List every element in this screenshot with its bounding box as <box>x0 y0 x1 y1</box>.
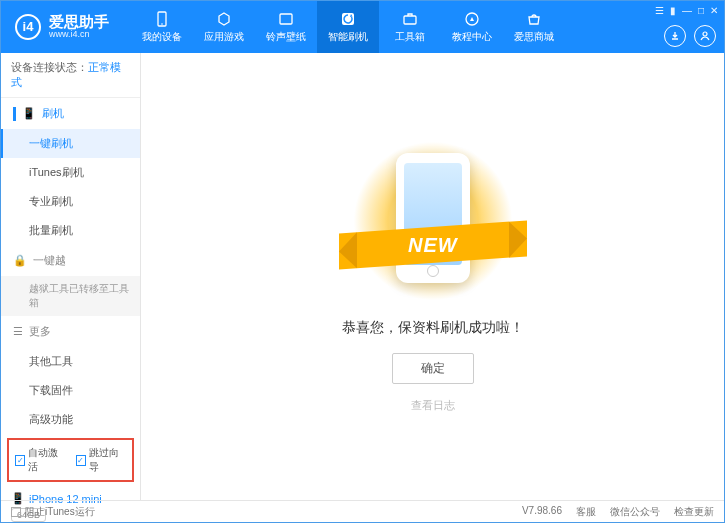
sidebar-item-other[interactable]: 其他工具 <box>1 347 140 376</box>
app-name: 爱思助手 <box>49 14 109 31</box>
checkbox-icon: ✓ <box>15 455 25 466</box>
svg-point-6 <box>703 32 707 36</box>
nav-toolbox[interactable]: 工具箱 <box>379 1 441 53</box>
nav-store[interactable]: 爱思商城 <box>503 1 565 53</box>
phone-icon <box>153 10 171 28</box>
nav-my-device[interactable]: 我的设备 <box>131 1 193 53</box>
compass-icon <box>463 10 481 28</box>
title-bar: i4 爱思助手 www.i4.cn 我的设备 应用游戏 铃声壁纸 智能刷机 工具… <box>1 1 724 53</box>
status-bar-footer: 阻止iTunes运行 V7.98.66 客服 微信公众号 检查更新 <box>1 500 724 522</box>
checkbox-icon: ✓ <box>76 455 86 466</box>
window-controls: ☰ ▮ — □ ✕ <box>655 5 718 16</box>
connection-status: 设备连接状态：正常模式 <box>1 53 140 98</box>
version-label: V7.98.66 <box>522 505 562 519</box>
svg-rect-2 <box>280 14 292 24</box>
sidebar: 设备连接状态：正常模式 📱刷机 一键刷机 iTunes刷机 专业刷机 批量刷机 … <box>1 53 141 500</box>
header-actions <box>664 25 716 47</box>
main-nav: 我的设备 应用游戏 铃声壁纸 智能刷机 工具箱 教程中心 爱思商城 <box>131 1 565 53</box>
success-message: 恭喜您，保资料刷机成功啦！ <box>342 319 524 337</box>
ok-button[interactable]: 确定 <box>392 353 474 384</box>
sidebar-item-itunes[interactable]: iTunes刷机 <box>1 158 140 187</box>
close-icon[interactable]: ✕ <box>710 5 718 16</box>
lock-icon: 🔒 <box>13 254 27 267</box>
section-indicator <box>13 107 16 121</box>
section-jailbreak[interactable]: 🔒一键越 <box>1 245 140 276</box>
success-illustration: NEW <box>353 141 513 301</box>
nav-ringtone[interactable]: 铃声壁纸 <box>255 1 317 53</box>
download-button[interactable] <box>664 25 686 47</box>
apps-icon <box>215 10 233 28</box>
nav-tutorial[interactable]: 教程中心 <box>441 1 503 53</box>
sidebar-item-download[interactable]: 下载固件 <box>1 376 140 405</box>
block-itunes-check[interactable]: 阻止iTunes运行 <box>11 505 95 519</box>
sidebar-item-advanced[interactable]: 高级功能 <box>1 405 140 434</box>
store-icon <box>525 10 543 28</box>
svg-point-1 <box>161 23 163 25</box>
sidebar-item-oneclick[interactable]: 一键刷机 <box>1 129 140 158</box>
checkbox-icon <box>11 507 21 517</box>
logo-icon: i4 <box>15 14 41 40</box>
phone-icon: 📱 <box>22 107 36 120</box>
nav-flash[interactable]: 智能刷机 <box>317 1 379 53</box>
maximize-icon[interactable]: □ <box>698 5 704 16</box>
user-button[interactable] <box>694 25 716 47</box>
main-content: NEW 恭喜您，保资料刷机成功啦！ 确定 查看日志 <box>141 53 724 500</box>
jailbreak-note: 越狱工具已转移至工具箱 <box>1 276 140 316</box>
support-link[interactable]: 客服 <box>576 505 596 519</box>
app-url: www.i4.cn <box>49 30 109 40</box>
view-log-link[interactable]: 查看日志 <box>411 398 455 413</box>
menu-icon[interactable]: ☰ <box>655 5 664 16</box>
sidebar-item-batch[interactable]: 批量刷机 <box>1 216 140 245</box>
refresh-icon <box>339 10 357 28</box>
nav-apps[interactable]: 应用游戏 <box>193 1 255 53</box>
section-more[interactable]: ☰更多 <box>1 316 140 347</box>
section-flash[interactable]: 📱刷机 <box>1 98 140 129</box>
check-skip-wizard[interactable]: ✓跳过向导 <box>76 446 127 474</box>
sidebar-item-pro[interactable]: 专业刷机 <box>1 187 140 216</box>
wechat-link[interactable]: 微信公众号 <box>610 505 660 519</box>
wallpaper-icon <box>277 10 295 28</box>
menu-icon: ☰ <box>13 325 23 338</box>
options-box: ✓自动激活 ✓跳过向导 <box>7 438 134 482</box>
update-link[interactable]: 检查更新 <box>674 505 714 519</box>
check-auto-activate[interactable]: ✓自动激活 <box>15 446 66 474</box>
toolbox-icon <box>401 10 419 28</box>
minimize-icon[interactable]: — <box>682 5 692 16</box>
lock-icon[interactable]: ▮ <box>670 5 676 16</box>
svg-rect-4 <box>404 16 416 24</box>
logo: i4 爱思助手 www.i4.cn <box>1 14 123 40</box>
